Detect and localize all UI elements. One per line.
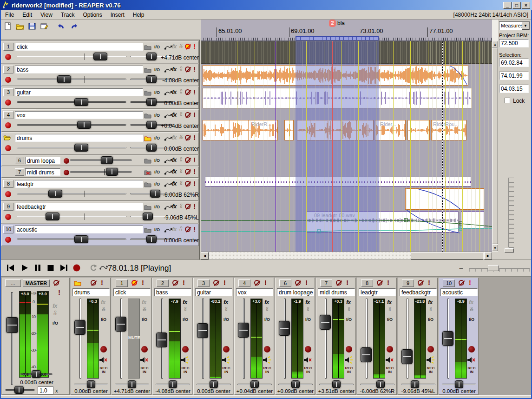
menu-item-view[interactable]: View — [36, 11, 57, 19]
io-button[interactable]: I/O — [154, 158, 160, 163]
strip-record-arm[interactable] — [141, 346, 148, 352]
track-row-drum-loopa[interactable]: 6drum loopaI/OfxON! — [1, 155, 199, 166]
fader-thumb[interactable] — [376, 380, 385, 388]
mixer-strip-bass[interactable]: 2!bass-7.9fxONI/ORECIN-4.08dB center — [152, 278, 192, 395]
strip-mute-button[interactable] — [418, 280, 423, 286]
folder-icon[interactable] — [144, 89, 151, 96]
stop-button[interactable] — [46, 264, 58, 274]
hzoom-thumb[interactable] — [488, 265, 499, 271]
fader-thumb[interactable] — [128, 380, 136, 388]
strip-name-input[interactable]: midi drums — [318, 288, 355, 296]
strip-fx-button[interactable]: fx — [469, 299, 473, 306]
mixer-strip-vox[interactable]: 4!vox+3.0fxONI/ORECIN+0.04dB center — [234, 278, 274, 395]
strip-speaker-icon[interactable] — [222, 356, 230, 364]
track-row-guitar[interactable]: 3guitarI/OfxON!0.00dB centerRECINGuitar/… — [1, 86, 199, 109]
track-row-midi-drums[interactable]: 7midi drumsI/OfxON! — [1, 166, 199, 178]
lane-click[interactable] — [201, 41, 492, 64]
lock-checkbox[interactable] — [505, 98, 510, 103]
envelope-button[interactable] — [164, 170, 172, 175]
strip-io-button[interactable]: I/O — [183, 317, 188, 322]
folder-icon[interactable] — [144, 181, 151, 187]
strip-io-button[interactable]: I/O — [305, 317, 311, 322]
playrate-field[interactable]: 1.0 — [38, 386, 53, 394]
envelope-button[interactable] — [164, 113, 172, 118]
menu-item-options[interactable]: Options — [79, 11, 106, 19]
fader-thumb[interactable] — [46, 213, 59, 220]
mute-button[interactable] — [185, 226, 190, 232]
menu-item-file[interactable]: File — [1, 11, 18, 19]
track-name-input[interactable]: drums — [15, 134, 143, 142]
redo-icon[interactable] — [70, 22, 80, 33]
track-row-feedbackgtr[interactable]: 9feedbackgtrI/OfxON!-9.06dB 45%L — [1, 201, 199, 223]
strip-solo-button[interactable]: ! — [101, 279, 103, 286]
strip-io-button[interactable]: I/O — [264, 317, 270, 322]
strip-name-input[interactable]: leadgtr — [359, 288, 396, 296]
fx-button[interactable]: fx — [172, 180, 177, 187]
solo-button[interactable]: ! — [193, 65, 196, 73]
master-mute-button[interactable] — [53, 280, 59, 286]
record-arm-button[interactable] — [5, 191, 11, 197]
strip-pan-fader[interactable] — [197, 380, 231, 389]
repeat-button[interactable] — [89, 264, 100, 274]
fader-thumb[interactable] — [169, 380, 177, 388]
envelope-button[interactable] — [164, 228, 172, 233]
arrange-item-take[interactable]: 09-leadgtr-00.wav — [306, 211, 459, 233]
mute-button[interactable] — [185, 66, 190, 72]
arrange-item-vox[interactable] — [284, 120, 294, 140]
vertical-scrollbar[interactable]: ▲▼ — [492, 20, 498, 252]
mixer-strip-drum-loopage[interactable]: 6!drum loopage-1.9fxONI/ORECIN+0.09dB ce… — [275, 278, 315, 395]
fx-button[interactable]: fx — [172, 134, 177, 141]
strip-io-button[interactable]: I/O — [428, 317, 433, 322]
strip-io-button[interactable]: I/O — [387, 317, 393, 322]
folder-icon[interactable] — [144, 66, 151, 73]
strip-fx-button[interactable]: fx — [305, 299, 310, 306]
fader-thumb[interactable] — [48, 190, 62, 198]
scroll-left-button[interactable]: ◄ — [201, 252, 209, 259]
envelope-button[interactable] — [164, 159, 172, 163]
scroll-right-button[interactable]: ► — [484, 252, 492, 259]
strip-mute-button[interactable] — [131, 280, 137, 286]
fader-thumb[interactable] — [291, 380, 300, 388]
io-button[interactable]: I/O — [154, 113, 160, 118]
scroll-up-button[interactable]: ▲ — [492, 41, 498, 47]
io-button[interactable]: I/O — [154, 205, 160, 209]
new-project-icon[interactable] — [4, 22, 14, 33]
open-project-icon[interactable] — [16, 22, 26, 33]
strip-io-button[interactable]: I/O — [346, 317, 352, 322]
fx-button[interactable]: fx — [172, 66, 177, 73]
strip-fx-button[interactable]: fx — [428, 299, 433, 306]
strip-record-arm[interactable] — [468, 346, 475, 352]
strip-solo-button[interactable]: ! — [305, 279, 308, 286]
arrange-body[interactable]: RiderR...Rider...RiderRou...09-leadgtr-0… — [201, 41, 492, 252]
strip-record-arm[interactable] — [100, 346, 107, 352]
io-button[interactable]: I/O — [154, 67, 160, 72]
folder-icon[interactable] — [144, 112, 151, 119]
volume-fader[interactable] — [17, 213, 126, 221]
volume-fader[interactable] — [17, 235, 126, 244]
fx-button[interactable]: fx — [172, 88, 177, 95]
strip-speaker-icon[interactable] — [385, 356, 394, 364]
solo-button[interactable]: ! — [193, 225, 196, 233]
io-button[interactable]: I/O — [154, 227, 160, 232]
solo-button[interactable]: ! — [193, 156, 196, 164]
record-arm-button[interactable] — [5, 77, 11, 83]
record-arm-button[interactable] — [5, 145, 11, 151]
strip-fx-button[interactable]: fx — [142, 299, 146, 306]
fader-thumb[interactable] — [74, 144, 88, 152]
solo-button[interactable]: ! — [193, 133, 196, 141]
strip-pan-fader[interactable] — [278, 380, 313, 389]
folder-icon[interactable] — [144, 135, 151, 141]
master-io-button[interactable]: I/O — [53, 321, 58, 326]
strip-solo-button[interactable]: ! — [223, 279, 226, 286]
envelope-button[interactable] — [164, 68, 172, 73]
mixer-strip-click[interactable]: 1!clickMUTEfxOFFI/ORECIN+4.71dB center — [112, 278, 151, 395]
record-arm-button[interactable] — [64, 170, 69, 175]
record-arm-button[interactable] — [5, 122, 11, 128]
strip-mute-button[interactable] — [295, 280, 301, 286]
mute-button[interactable] — [185, 135, 190, 140]
fx-button[interactable]: fx — [172, 226, 177, 233]
mute-button[interactable] — [185, 89, 190, 95]
mute-button[interactable] — [185, 169, 190, 174]
timeline-ruler[interactable]: 65.01.0069.01.0073.01.0077.01.002bla — [201, 20, 492, 41]
strip-mute-button[interactable] — [172, 280, 178, 286]
